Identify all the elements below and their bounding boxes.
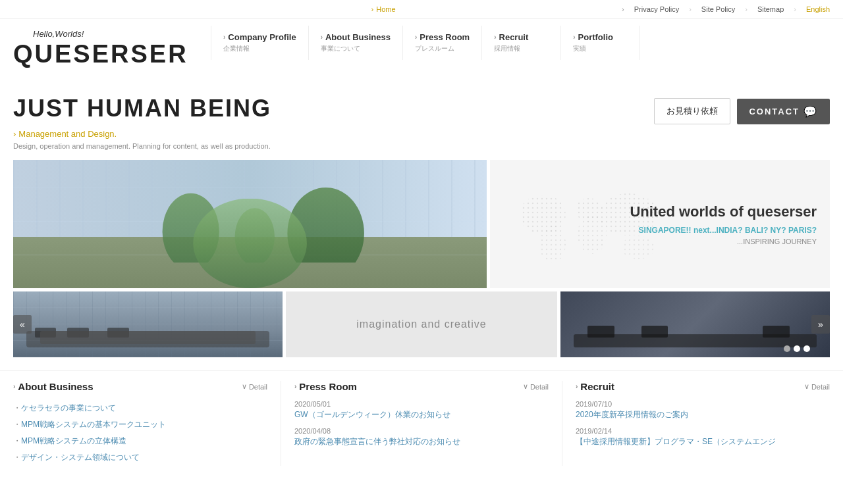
slider-dots: [784, 345, 810, 352]
business-item-3[interactable]: MPM戦略システムの立体構造: [13, 433, 267, 449]
business-item-4[interactable]: デザイン・システム領域について: [13, 449, 267, 466]
business-list: ケセラセラの事業について MPM戦略システムの基本ワークユニット MPM戦略シス…: [13, 400, 267, 466]
press-news-date-1: 2020/05/01: [294, 400, 549, 408]
recruit-detail-arrow: ∨: [804, 382, 809, 391]
press-room-title: › Press Room: [294, 381, 357, 392]
site-policy-link[interactable]: Site Policy: [701, 5, 735, 13]
quote-button[interactable]: お見積り依頼: [654, 98, 730, 124]
business-item-2[interactable]: MPM戦略システムの基本ワークユニット: [13, 416, 267, 433]
nav-press-room[interactable]: › Press Room プレスルーム: [403, 26, 482, 60]
slider-prev-button[interactable]: «: [13, 315, 32, 334]
building-image: [13, 160, 487, 288]
about-business-title: › About Business: [13, 381, 94, 392]
world-banner: United worlds of queserser SINGAPORE!! n…: [490, 160, 830, 288]
world-tag: ...INSPIRING JOURNEY: [490, 238, 817, 245]
slider-image-1-inner: [13, 291, 283, 357]
recruit-news-date-2: 2019/02/14: [576, 427, 830, 435]
hero-buttons: お見積り依頼 CONTACT 💬: [654, 98, 830, 124]
about-business-section: › About Business ∨ Detail ケセラセラの事業について M…: [13, 381, 281, 466]
hero-description: Design, operation and management. Planni…: [13, 142, 830, 150]
contact-button-text: CONTACT: [749, 107, 800, 116]
nav-recruit[interactable]: › Recruit 採用情報: [482, 26, 561, 60]
about-business-detail[interactable]: ∨ Detail: [242, 382, 267, 391]
recruit-news-date-1: 2019/07/10: [576, 400, 830, 408]
top-bar-links: › Privacy Policy › Site Policy › Sitemap…: [622, 5, 830, 13]
home-link[interactable]: Home: [376, 5, 395, 13]
recruit-detail[interactable]: ∨ Detail: [804, 382, 830, 391]
press-room-arrow-icon: ›: [294, 383, 296, 390]
about-business-detail-arrow: ∨: [242, 382, 247, 391]
nav-recruit-label: Recruit: [499, 32, 529, 42]
recruit-news-title-2[interactable]: 【中途採用情報更新】プログラマ・SE（システムエンジ: [576, 436, 830, 447]
sitemap-link[interactable]: Sitemap: [757, 5, 784, 13]
english-link[interactable]: English: [806, 5, 830, 13]
press-news-title-2[interactable]: 政府の緊急事態宣言に伴う弊社対応のお知らせ: [294, 436, 549, 447]
logo-name[interactable]: QUESERSER: [13, 40, 211, 68]
top-bar: › Home › Privacy Policy › Site Policy › …: [0, 0, 843, 19]
nav-company-profile-sub: 企業情報: [223, 44, 250, 53]
recruit-title: › Recruit: [576, 381, 614, 392]
sep2: ›: [745, 5, 748, 13]
chat-icon: 💬: [803, 105, 818, 118]
hero-section: JUST HUMAN BEING › Management and Design…: [0, 75, 843, 160]
press-room-section: › Press Room ∨ Detail 2020/05/01 GW（ゴールデ…: [294, 381, 562, 466]
press-news-item-1: 2020/05/01 GW（ゴールデンウィーク）休業のお知らせ: [294, 400, 549, 420]
slider-image-2: [560, 291, 830, 357]
nav-press-room-sub: プレスルーム: [415, 44, 454, 53]
nav-recruit-sub: 採用情報: [494, 44, 520, 53]
recruit-news-item-2: 2019/02/14 【中途採用情報更新】プログラマ・SE（システムエンジ: [576, 427, 830, 447]
hero-subtitle-text: Management and Design.: [18, 129, 117, 139]
nav-arrow-1: ›: [223, 34, 225, 41]
main-nav: › Company Profile 企業情報 › About Business …: [211, 19, 830, 60]
press-news-title-1[interactable]: GW（ゴールデンウィーク）休業のお知らせ: [294, 409, 549, 420]
slider-next-button[interactable]: »: [811, 315, 830, 334]
recruit-title-text: Recruit: [580, 381, 614, 392]
nav-portfolio[interactable]: › Portfolio 実績: [561, 26, 640, 60]
slider-center-text: imagination and creative: [356, 318, 486, 330]
about-business-detail-label: Detail: [249, 383, 267, 391]
privacy-policy-link[interactable]: Privacy Policy: [634, 5, 679, 13]
contact-button[interactable]: CONTACT 💬: [737, 99, 830, 124]
press-news-item-2: 2020/04/08 政府の緊急事態宣言に伴う弊社対応のお知らせ: [294, 427, 549, 447]
recruit-news-item-1: 2019/07/10 2020年度新卒採用情報のご案内: [576, 400, 830, 420]
nav-arrow-5: ›: [573, 34, 575, 41]
about-business-header: › About Business ∨ Detail: [13, 381, 267, 392]
press-room-title-text: Press Room: [299, 381, 357, 392]
slider-section: « imagination and creative: [0, 291, 843, 357]
nav-about-business[interactable]: › About Business 事業について: [309, 26, 403, 60]
slider-center: imagination and creative: [286, 291, 557, 357]
nav-portfolio-sub: 実績: [573, 44, 586, 53]
press-room-detail-arrow: ∨: [523, 382, 528, 391]
header: Hello,Worlds! QUESERSER › Company Profil…: [0, 19, 843, 75]
about-business-arrow-icon: ›: [13, 383, 15, 390]
recruit-news-title-1[interactable]: 2020年度新卒採用情報のご案内: [576, 409, 830, 420]
bottom-sections: › About Business ∨ Detail ケセラセラの事業について M…: [0, 370, 843, 466]
sep3: ›: [794, 5, 796, 13]
press-room-detail-label: Detail: [530, 383, 549, 391]
building-image-inner: [13, 160, 487, 288]
slider-dot-1: [784, 345, 790, 352]
sep1: ›: [689, 5, 692, 13]
logo-area: Hello,Worlds! QUESERSER: [13, 19, 211, 75]
nav-company-profile[interactable]: › Company Profile 企業情報: [211, 26, 309, 60]
press-news-date-2: 2020/04/08: [294, 427, 549, 435]
recruit-detail-label: Detail: [811, 383, 830, 391]
nav-arrow-4: ›: [494, 34, 496, 41]
recruit-header: › Recruit ∨ Detail: [576, 381, 830, 392]
nav-press-room-label: Press Room: [420, 32, 470, 42]
nav-arrow-3: ›: [415, 34, 417, 41]
logo-hello: Hello,Worlds!: [33, 29, 211, 39]
world-title: United worlds of queserser: [490, 203, 817, 220]
business-item-1[interactable]: ケセラセラの事業について: [13, 400, 267, 416]
nav-portfolio-label: Portfolio: [578, 32, 613, 42]
about-business-title-text: About Business: [18, 381, 93, 392]
top-nav: › Home: [371, 5, 396, 13]
hero-subtitle: › Management and Design.: [13, 129, 830, 139]
world-text: United worlds of queserser SINGAPORE!! n…: [490, 203, 830, 245]
nav-arrow-2: ›: [321, 34, 323, 41]
press-room-detail[interactable]: ∨ Detail: [523, 382, 549, 391]
nav-about-business-label: About Business: [325, 32, 391, 42]
image-grid: United worlds of queserser SINGAPORE!! n…: [0, 160, 843, 288]
slider-dot-3: [803, 345, 810, 352]
nav-about-business-sub: 事業について: [321, 44, 360, 53]
